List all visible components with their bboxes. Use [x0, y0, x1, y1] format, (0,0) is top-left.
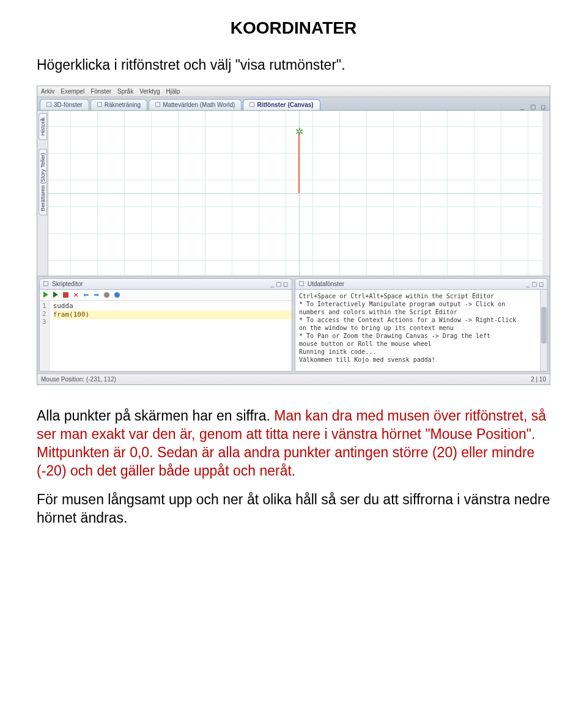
output-body: Ctrl+Space or Ctrl+Alt+Space within the … — [295, 290, 547, 371]
menu-verktyg[interactable]: Verktyg — [139, 88, 160, 95]
panel-window-controls: _ ▢ ◻ — [526, 281, 544, 287]
tab-ritfonster[interactable]: Ritfönster (Canvas) — [243, 99, 320, 110]
app-screenshot: Arkiv Exempel Fönster Språk Verktyg Hjäl… — [37, 86, 550, 385]
editor-body[interactable]: 1 2 3 sudda fram(100) — [40, 301, 292, 371]
undo-icon[interactable]: ⬅ — [83, 291, 89, 299]
pin-icon[interactable] — [43, 281, 48, 286]
output-scrollbar[interactable] — [540, 290, 547, 371]
maximize-icon[interactable]: ◻ — [539, 103, 547, 110]
page-title: KOORDINATER — [37, 18, 550, 38]
cursor-position-label: 2 | 10 — [531, 376, 546, 383]
scrollbar-thumb[interactable] — [541, 307, 547, 344]
run-worksheet-icon[interactable] — [53, 292, 58, 298]
status-bar: Mouse Position: (-231, 112) 2 | 10 — [37, 373, 550, 384]
menu-sprak[interactable]: Språk — [117, 88, 133, 95]
clear-icon[interactable]: ✕ — [73, 292, 78, 298]
panel-window-controls: _ ▢ ◻ — [270, 281, 288, 287]
script-editor-title: Skripteditor — [52, 281, 83, 287]
tab-mattevarlden[interactable]: Mattevärlden (Math World) — [149, 99, 242, 110]
script-editor-panel: Skripteditor _ ▢ ◻ ✕ ⬅ ➡ — [39, 278, 292, 372]
menu-arkiv[interactable]: Arkiv — [41, 88, 54, 95]
drawing-canvas[interactable]: ✲ — [48, 111, 550, 276]
panel-max-icon[interactable]: ◻ — [539, 281, 544, 287]
tab-rit-label: Ritfönster (Canvas) — [257, 101, 313, 108]
trace-icon[interactable] — [104, 292, 109, 298]
vtab-historik[interactable]: Historik — [39, 113, 47, 140]
stop-icon[interactable] — [63, 292, 68, 298]
menu-fonster[interactable]: Fönster — [90, 88, 111, 95]
pin-icon — [155, 102, 160, 107]
tab-strip: 3D-fönster Räkneträning Mattevärlden (Ma… — [37, 97, 550, 111]
tab-rakne-label: Räkneträning — [105, 101, 141, 108]
code-area[interactable]: sudda fram(100) — [50, 301, 292, 371]
bottom-panels: Skripteditor _ ▢ ◻ ✕ ⬅ ➡ — [37, 276, 550, 373]
minimize-icon[interactable]: _ — [518, 103, 526, 110]
turtle-icon: ✲ — [295, 127, 303, 137]
menu-exempel[interactable]: Exempel — [61, 88, 84, 95]
intro-paragraph: Högerklicka i ritfönstret och välj "visa… — [37, 56, 550, 75]
panel-rest-icon[interactable]: ▢ — [531, 281, 537, 287]
panel-max-icon[interactable]: ◻ — [283, 281, 288, 287]
tab-3d[interactable]: 3D-fönster — [40, 99, 89, 110]
restore-icon[interactable]: ▢ — [528, 103, 537, 110]
help-icon[interactable] — [114, 292, 120, 298]
body-paragraph-2: För musen långsamt upp och ner åt olika … — [37, 491, 550, 528]
drawn-line — [298, 132, 300, 193]
menubar: Arkiv Exempel Fönster Språk Verktyg Hjäl… — [37, 86, 550, 97]
output-title: Utdatafönster — [308, 281, 344, 287]
editor-toolbar: ✕ ⬅ ➡ — [40, 290, 292, 301]
mouse-position-label: Mouse Position: (-231, 112) — [41, 376, 116, 383]
panel-min-icon[interactable]: _ — [270, 281, 274, 287]
canvas-scrollbar[interactable] — [542, 111, 550, 276]
tab-3d-label: 3D-fönster — [54, 101, 83, 108]
line-gutter: 1 2 3 — [40, 301, 50, 371]
redo-icon[interactable]: ➡ — [94, 291, 99, 299]
pin-icon[interactable] — [299, 281, 304, 286]
run-icon[interactable] — [43, 292, 48, 298]
body-paragraph-1: Alla punkter på skärmen har en siffra. M… — [37, 407, 550, 480]
output-panel: Utdatafönster _ ▢ ◻ Ctrl+Space or Ctrl+A… — [295, 278, 548, 372]
pin-icon — [46, 102, 51, 107]
vtab-berattaren[interactable]: Berättaren (Story Teller) — [39, 149, 47, 215]
tab-raknetraning[interactable]: Räkneträning — [90, 99, 147, 110]
panel-min-icon[interactable]: _ — [526, 281, 530, 287]
pin-icon — [97, 102, 102, 107]
left-vertical-tabs: Historik Berättaren (Story Teller) — [37, 111, 48, 276]
tab-matte-label: Mattevärlden (Math World) — [163, 101, 235, 108]
panel-rest-icon[interactable]: ▢ — [276, 281, 281, 287]
window-controls: _ ▢ ◻ — [518, 103, 547, 110]
menu-hjalp[interactable]: Hjälp — [166, 88, 180, 95]
pin-icon — [249, 102, 254, 107]
